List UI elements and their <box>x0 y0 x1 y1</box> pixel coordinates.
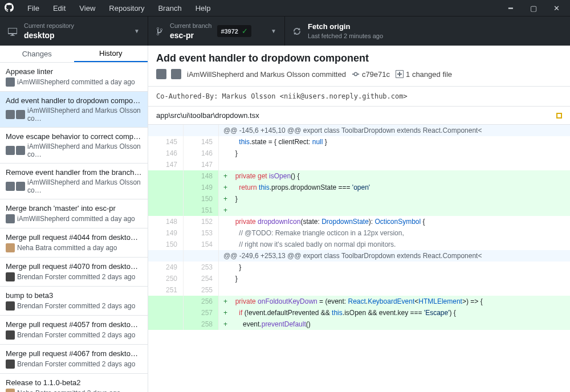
menu-file[interactable]: File <box>22 2 45 15</box>
commit-item-meta: iAmWillShepherd and Markus Olsson co… <box>6 142 142 158</box>
maximize-icon[interactable]: ▢ <box>530 4 537 13</box>
app-menu: FileEditViewRepositoryBranchHelp <box>22 2 216 15</box>
commit-item-title: Add event handler to dropdown compon… <box>6 96 142 105</box>
commit-item-meta: Neha Batra committed 2 days ago <box>6 389 142 392</box>
commit-item[interactable]: Remove event handler from the branches..… <box>0 164 148 199</box>
branch-selector[interactable]: Current branch esc-pr #3972 ✓ ▼ <box>148 17 285 46</box>
avatar <box>6 110 15 119</box>
desktop-icon <box>8 27 17 36</box>
commit-item[interactable]: Release to 1.1.0-beta2Neha Batra committ… <box>0 374 148 392</box>
diff-line: 149153 // @TODO: Remake triangle octicon… <box>148 227 570 239</box>
avatar <box>6 330 15 340</box>
menu-help[interactable]: Help <box>190 2 217 15</box>
branch-icon <box>156 27 163 36</box>
repo-label: Current repository <box>24 22 74 30</box>
chevron-down-icon: ▼ <box>271 28 276 34</box>
commit-item-title: Merge pull request #4067 from desktop/… <box>6 349 142 358</box>
chevron-down-icon: ▼ <box>134 28 140 34</box>
menu-branch[interactable]: Branch <box>152 2 187 15</box>
diff-line: 151+ <box>148 205 570 216</box>
diff-line: @@ -249,6 +253,13 @@ export class Toolba… <box>148 250 570 262</box>
window-controls: ━ ▢ ✕ <box>507 4 565 13</box>
file-path-bar[interactable]: app\src\ui\toolbar\dropdown.tsx <box>148 107 570 125</box>
commit-item[interactable]: Move escape behavior to correct compo…iA… <box>0 128 148 164</box>
commit-item[interactable]: Merge pull request #4067 from desktop/…B… <box>0 345 148 374</box>
diff-line: 258+ event.preventDefault() <box>148 318 570 330</box>
commit-item[interactable]: Merge branch 'master' into esc-priAmWill… <box>0 199 148 228</box>
close-icon[interactable]: ✕ <box>553 4 560 13</box>
diff-line: 150154 // right now it's scaled badly on… <box>148 239 570 250</box>
diff-line: 249253 } <box>148 262 570 273</box>
repo-selector[interactable]: Current repository desktop ▼ <box>0 17 148 46</box>
commit-item-title: bump to beta3 <box>6 291 142 300</box>
menu-view[interactable]: View <box>74 2 101 15</box>
pr-number: #3972 <box>221 28 238 35</box>
commit-detail: Add event handler to dropdown component … <box>148 46 570 392</box>
commit-item-meta: Neha Batra committed a day ago <box>6 243 142 252</box>
fetch-label: Fetch origin <box>308 22 383 32</box>
diff-line: 149+ return this.props.dropdownState ===… <box>148 182 570 193</box>
commit-item-meta: Brendan Forster committed 2 days ago <box>6 301 142 311</box>
commit-sha: c79e71c <box>362 70 390 79</box>
file-modified-icon <box>556 113 562 119</box>
diff-icon <box>396 70 404 79</box>
commit-item-title: Merge pull request #4057 from desktop/… <box>6 320 142 329</box>
diff-line: 257+ if (!event.defaultPrevented && this… <box>148 307 570 318</box>
commit-item[interactable]: Add event handler to dropdown compon…iAm… <box>0 92 148 128</box>
avatar <box>6 214 15 223</box>
commit-list[interactable]: Appease linteriAmWillShepherd committed … <box>0 63 148 392</box>
fetch-status: Last fetched 2 minutes ago <box>308 32 383 40</box>
avatar <box>6 360 15 369</box>
tabs: Changes History <box>0 46 148 63</box>
avatar <box>6 146 15 155</box>
commit-item-title: Merge branch 'master' into esc-pr <box>6 204 142 213</box>
diff-line: 147147 <box>148 159 570 170</box>
tab-changes[interactable]: Changes <box>0 46 74 62</box>
avatar <box>6 389 15 392</box>
commit-message-body: Co-Authored-By: Markus Olsson <niik@user… <box>148 87 570 107</box>
commit-item[interactable]: Merge pull request #4044 from desktop/…N… <box>0 228 148 258</box>
avatar <box>16 182 25 191</box>
diff-line: 148+ private get isOpen() { <box>148 170 570 182</box>
diff-line: 146146 } <box>148 148 570 159</box>
main: Changes History Appease linteriAmWillShe… <box>0 46 570 392</box>
toolbar: Current repository desktop ▼ Current bra… <box>0 16 570 46</box>
commit-item-meta: iAmWillShepherd and Markus Olsson co… <box>6 178 142 194</box>
diff-line: 148152 private dropdownIcon(state: Dropd… <box>148 216 570 227</box>
commit-item[interactable]: Merge pull request #4070 from desktop/…B… <box>0 258 148 287</box>
avatar <box>6 243 15 252</box>
diff-line: 256+ private onFoldoutKeyDown = (event: … <box>148 296 570 307</box>
file-path: app\src\ui\toolbar\dropdown.tsx <box>156 111 259 120</box>
diff-line: 150+ } <box>148 193 570 205</box>
avatar <box>6 182 15 191</box>
repo-name: desktop <box>24 30 74 40</box>
sync-icon <box>293 27 301 36</box>
avatar <box>6 77 15 87</box>
menu-repository[interactable]: Repository <box>103 2 150 15</box>
minimize-icon[interactable]: ━ <box>507 4 514 13</box>
avatar <box>16 110 25 119</box>
diff-view[interactable]: @@ -145,6 +145,10 @@ export class Toolba… <box>148 125 570 392</box>
diff-line: 251255 <box>148 284 570 296</box>
titlebar: FileEditViewRepositoryBranchHelp ━ ▢ ✕ <box>0 0 570 16</box>
commit-item[interactable]: Merge pull request #4057 from desktop/…B… <box>0 316 148 345</box>
tab-history[interactable]: History <box>74 46 148 62</box>
commit-item-title: Move escape behavior to correct compo… <box>6 132 142 141</box>
fetch-button[interactable]: Fetch origin Last fetched 2 minutes ago <box>285 17 570 46</box>
files-changed: 1 changed file <box>396 70 452 79</box>
commit-item[interactable]: bump to beta3Brendan Forster committed 2… <box>0 287 148 316</box>
branch-label: Current branch <box>170 22 211 30</box>
avatar <box>16 146 25 155</box>
avatar <box>6 272 15 281</box>
branch-name: esc-pr <box>170 30 211 40</box>
commit-item-meta: Brendan Forster committed 2 days ago <box>6 272 142 281</box>
commit-icon <box>352 70 360 78</box>
commit-item-title: Merge pull request #4044 from desktop/… <box>6 233 142 242</box>
menu-edit[interactable]: Edit <box>47 2 71 15</box>
commit-item[interactable]: Appease linteriAmWillShepherd committed … <box>0 63 148 92</box>
avatar <box>6 301 15 311</box>
diff-line: 145145 this.state = { clientRect: null } <box>148 136 570 148</box>
commit-authors: iAmWillShepherd and Markus Olsson commit… <box>187 70 346 79</box>
commit-item-title: Merge pull request #4070 from desktop/… <box>6 262 142 271</box>
commit-item-title: Remove event handler from the branches.. <box>6 168 142 177</box>
